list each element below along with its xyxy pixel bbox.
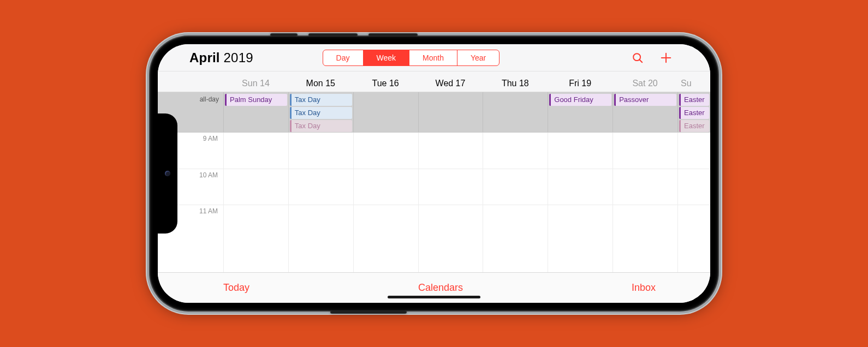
day-header[interactable]: Wed 17 [418,79,483,88]
day-headers: Sun 14 Mon 15 Tue 16 Wed 17 Thu 18 Fri 1… [158,71,710,92]
plus-icon[interactable] [660,52,672,64]
allday-col: Good Friday [548,92,613,132]
day-header[interactable]: Mon 15 [288,79,353,88]
allday-event[interactable]: Easter [679,107,709,119]
view-segmented-control[interactable]: Day Week Month Year [323,50,500,66]
day-column[interactable] [483,133,548,272]
segment-year[interactable]: Year [457,50,499,65]
day-column[interactable] [223,133,288,272]
nav-icons [632,52,672,64]
allday-event[interactable]: Palm Sunday [225,94,287,106]
day-column[interactable] [677,133,710,272]
allday-event[interactable]: Good Friday [549,94,611,106]
allday-region: all-day Palm Sunday Tax Day Tax Day Tax … [158,92,710,133]
allday-event[interactable]: Tax Day [290,120,352,132]
allday-event[interactable]: Easter [679,94,709,106]
day-header[interactable]: Sun 14 [223,79,288,88]
allday-col: Passover [613,92,677,132]
allday-event[interactable]: Passover [614,94,676,106]
day-column[interactable] [288,133,353,272]
allday-col [418,92,483,132]
day-header[interactable]: Thu 18 [483,79,548,88]
svg-line-1 [639,59,642,62]
day-column[interactable] [548,133,613,272]
calendar-app: April 2019 Day Week Month Year [158,44,710,303]
day-header[interactable]: Su [677,79,710,88]
device-button [330,310,407,314]
search-icon[interactable] [632,52,644,64]
allday-event[interactable]: Tax Day [290,107,352,119]
allday-col [353,92,418,132]
device-button [270,33,298,37]
timed-grid[interactable]: 9 AM 10 AM 11 AM [158,133,710,272]
title-year: 2019 [224,50,253,65]
allday-col [483,92,548,132]
segment-month[interactable]: Month [409,50,457,65]
day-column[interactable] [353,133,418,272]
device-screen: April 2019 Day Week Month Year [158,44,710,303]
day-header[interactable]: Tue 16 [353,79,418,88]
allday-event[interactable]: Tax Day [290,94,352,106]
device-button [368,33,418,37]
day-column[interactable] [613,133,677,272]
calendars-button[interactable]: Calendars [418,282,463,294]
inbox-button[interactable]: Inbox [632,282,656,294]
device-notch [158,113,177,234]
segment-week[interactable]: Week [364,50,410,65]
navbar: April 2019 Day Week Month Year [158,44,710,71]
page-title: April 2019 [189,50,253,65]
day-header[interactable]: Fri 19 [548,79,613,88]
day-column[interactable] [418,133,483,272]
segment-day[interactable]: Day [323,50,364,65]
allday-event[interactable]: Easter [679,120,709,132]
allday-col: Tax Day Tax Day Tax Day [288,92,353,132]
allday-col: Palm Sunday [223,92,288,132]
allday-col: Easter Easter Easter [677,92,710,132]
day-header[interactable]: Sat 20 [613,79,677,88]
today-button[interactable]: Today [223,282,249,294]
home-indicator[interactable] [388,296,480,298]
title-month: April [189,50,220,65]
device-button [308,33,358,37]
device-frame: April 2019 Day Week Month Year [150,37,718,310]
